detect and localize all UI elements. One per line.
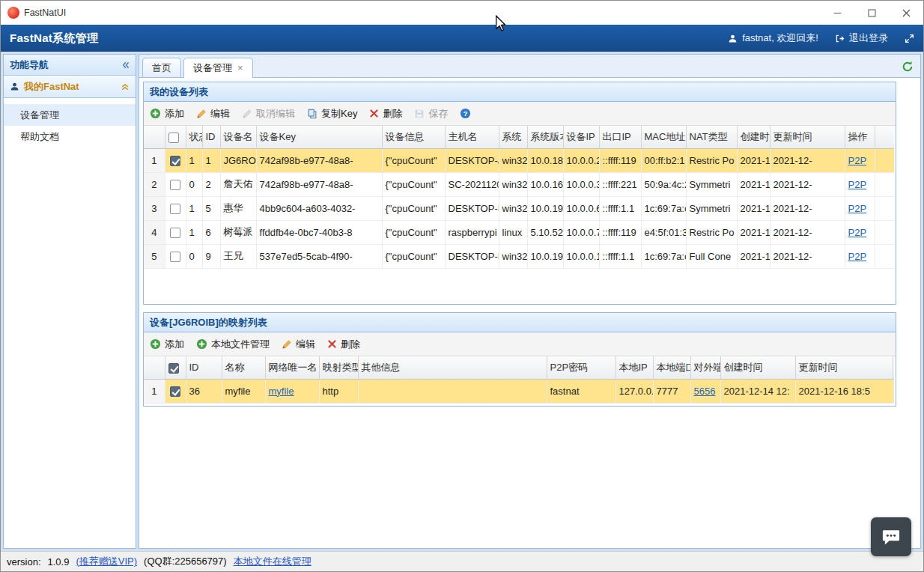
column-header-ip[interactable]: 设备IP [563, 126, 599, 148]
checkbox-checked[interactable] [168, 363, 179, 374]
maximize-button[interactable] [854, 1, 889, 25]
column-header-netname[interactable]: 网络唯一名 [265, 356, 319, 379]
cell-devkey: 742af98b-e977-48a8- [256, 172, 382, 196]
local-file-online-link[interactable]: 本地文件在线管理 [234, 555, 311, 568]
column-header-osver[interactable]: 系统版本 [527, 126, 563, 148]
checkbox-unchecked[interactable] [170, 180, 180, 190]
column-header-p2p_pwd[interactable]: P2P密码 [547, 356, 616, 379]
column-header-status[interactable]: 状态 [186, 126, 202, 148]
tab-close-icon[interactable]: × [237, 64, 243, 73]
column-header-host[interactable]: 主机名 [445, 126, 499, 148]
column-header-name[interactable]: 设备名 [220, 126, 256, 148]
column-header-updated[interactable]: 更新时间 [795, 356, 893, 379]
cancel-edit-button[interactable]: 取消编辑 [242, 107, 295, 121]
edit-device-button[interactable]: 编辑 [196, 107, 230, 121]
sidebar-item-help-docs[interactable]: 帮助文档 [4, 126, 136, 147]
column-header-info[interactable]: 设备信息 [382, 126, 445, 148]
edit-icon [282, 339, 292, 350]
checkbox-unchecked[interactable] [168, 133, 179, 143]
cell-id: 6 [202, 220, 220, 244]
column-header-created[interactable]: 创建时间 [737, 126, 770, 148]
column-header-maptype[interactable]: 映射类型 [319, 356, 358, 379]
devices-panel: 我的设备列表 添加 编辑 取消编辑 [143, 82, 896, 305]
netname-link[interactable]: myfile [269, 386, 294, 397]
column-header-local_port[interactable]: 本地端口 [653, 356, 690, 379]
cell-host: DESKTOP-J0 [445, 148, 499, 172]
column-header-id[interactable]: ID [186, 356, 222, 379]
save-button[interactable]: 保存 [414, 107, 448, 121]
delete-mapping-button[interactable]: 删除 [327, 338, 360, 351]
tab-home-label: 首页 [152, 61, 171, 75]
column-header-id[interactable]: ID [202, 126, 220, 148]
column-header-os[interactable]: 系统 [499, 126, 527, 148]
cell-info: {"cpuCount" [382, 148, 445, 172]
refresh-button[interactable] [902, 61, 914, 76]
tab-home[interactable]: 首页 [142, 58, 181, 77]
action-link[interactable]: P2P [848, 179, 867, 190]
person-icon [10, 82, 19, 91]
add-mapping-button[interactable]: 添加 [150, 338, 184, 351]
tab-device-management[interactable]: 设备管理 × [183, 58, 253, 78]
column-header-created[interactable]: 创建时间 [720, 356, 795, 379]
action-link[interactable]: P2P [848, 203, 867, 214]
column-header-updated[interactable]: 更新时间 [770, 126, 845, 148]
cell-host: DESKTOP-IR [445, 196, 499, 220]
remote_port-link[interactable]: 5656 [694, 386, 716, 397]
column-header-name[interactable]: 名称 [222, 356, 265, 379]
column-header-action[interactable]: 操作 [845, 126, 875, 148]
help-button[interactable]: ? [460, 108, 471, 119]
delete-device-button[interactable]: 删除 [369, 107, 402, 121]
column-header-outip[interactable]: 出口IP [599, 126, 641, 148]
cell-action: P2P [845, 244, 875, 268]
save-icon [414, 109, 425, 119]
logout-icon [835, 34, 845, 43]
cell-outip: ::ffff:119 [599, 148, 641, 172]
checkbox-checked[interactable] [170, 386, 180, 397]
checkbox-unchecked[interactable] [170, 204, 180, 214]
accordion-my-fastnat[interactable]: 我的FastNat [4, 76, 136, 98]
checkbox-checked[interactable] [170, 156, 180, 166]
checkbox-unchecked[interactable] [170, 252, 180, 262]
table-row[interactable]: 509王兄537e7ed5-5cab-4f90-{"cpuCount"DESKT… [144, 244, 894, 268]
column-header-devkey[interactable]: 设备Key [256, 126, 382, 148]
sidebar-collapse-icon[interactable] [121, 61, 130, 70]
row-number-header [144, 126, 165, 148]
edit-mapping-button[interactable]: 编辑 [282, 338, 315, 351]
fullscreen-button[interactable] [905, 34, 914, 43]
logout-button[interactable]: 退出登录 [835, 31, 888, 45]
table-row[interactable]: 202詹天佑742af98b-e977-48a8-{"cpuCount"SC-2… [144, 172, 894, 196]
close-button[interactable] [889, 1, 923, 25]
cell-nat: Full Cone [686, 244, 737, 268]
filler-header [875, 126, 894, 148]
column-header-local_ip[interactable]: 本地IP [616, 356, 653, 379]
cell-outip: ::ffff:1.1 [599, 244, 641, 268]
table-row[interactable]: 416树莓派ffddfb4e-0bc7-40b3-8{"cpuCount"ras… [144, 220, 894, 244]
column-header-nat[interactable]: NAT类型 [686, 126, 737, 148]
cell-name: 惠华 [220, 196, 256, 220]
sidebar-header: 功能导航 [4, 55, 136, 76]
column-header-remote_port[interactable]: 对外端口 [690, 356, 720, 379]
copy-key-button[interactable]: 复制Key [307, 107, 357, 121]
chat-widget-button[interactable] [871, 517, 911, 556]
filler-cell [875, 196, 894, 220]
local-file-manager-button[interactable]: 本地文件管理 [196, 338, 270, 351]
column-header-mac[interactable]: MAC地址 [641, 126, 686, 148]
action-link[interactable]: P2P [848, 155, 867, 166]
action-link[interactable]: P2P [848, 251, 867, 262]
table-row[interactable]: 315惠华4bb9c604-a603-4032-{"cpuCount"DESKT… [144, 196, 894, 220]
data-grid-table: 状态ID设备名设备Key设备信息主机名系统系统版本设备IP出口IPMAC地址NA… [144, 126, 894, 269]
cell-id: 1 [202, 148, 220, 172]
table-row[interactable]: 136myfilemyfilehttpfastnat127.0.0.177775… [144, 379, 894, 403]
sidebar-item-device-management[interactable]: 设备管理 [4, 104, 136, 126]
vip-link[interactable]: (推荐赠送VIP) [76, 555, 137, 568]
table-row[interactable]: 111JG6ROIB742af98b-e977-48a8-{"cpuCount"… [144, 148, 894, 172]
svg-text:?: ? [463, 110, 468, 118]
tab-strip: 首页 设备管理 × [139, 55, 920, 78]
action-link[interactable]: P2P [848, 227, 867, 238]
cell-os: win32 [499, 244, 527, 268]
add-device-button[interactable]: 添加 [150, 107, 184, 121]
checkbox-unchecked[interactable] [170, 228, 180, 238]
column-header-other[interactable]: 其他信息 [358, 356, 547, 379]
minimize-button[interactable] [820, 1, 854, 25]
cell-updated: 2021-12-16 18:5 [795, 379, 893, 403]
